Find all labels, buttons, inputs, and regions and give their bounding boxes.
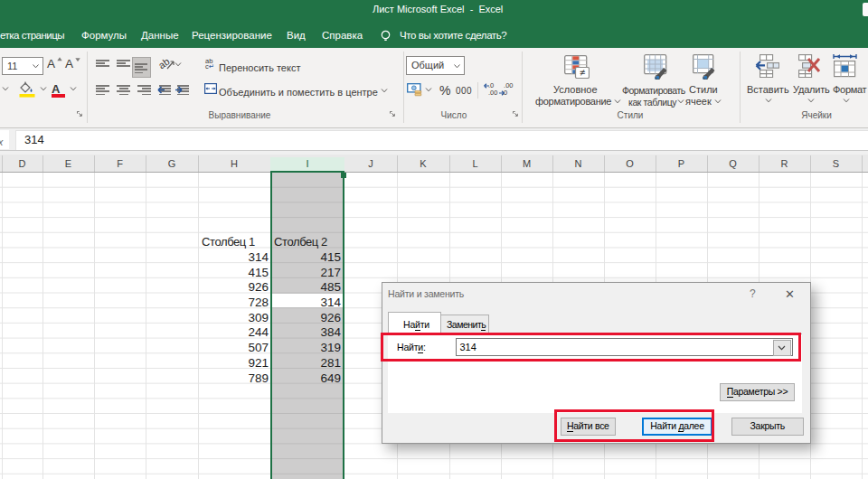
svg-text:≠: ≠	[580, 67, 585, 78]
